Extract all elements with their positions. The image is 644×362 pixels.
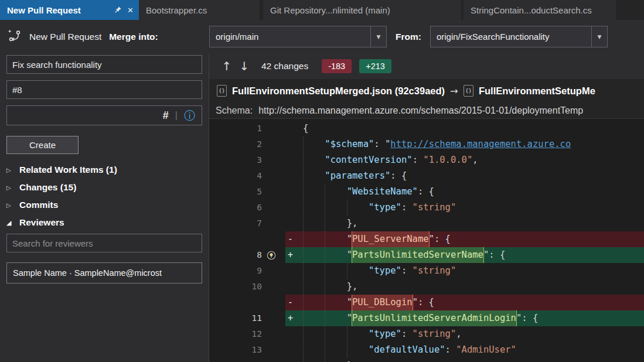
token-punc: ": [347, 247, 352, 263]
chevron-down-icon: ▼: [370, 26, 386, 47]
target-branch-dropdown[interactable]: origin/main ▼: [209, 26, 387, 47]
token-punc: : {: [418, 184, 434, 200]
token-str: "1.0.0.0": [423, 152, 472, 168]
arrow-right-icon: →: [450, 86, 458, 97]
indent-guide: [325, 310, 346, 326]
pr-description-input[interactable]: [6, 80, 202, 99]
source-branch-dropdown[interactable]: origin/FixSearchFunctionality ▼: [430, 26, 608, 47]
diff-marker: [285, 184, 295, 200]
section-commits[interactable]: ▷Commits: [6, 196, 202, 214]
token-str: "AdminUser": [456, 342, 516, 358]
code-line: 6"type": "string": [209, 200, 644, 216]
tab-bar: New Pull Request ✕ Bootstrapper.cs Git R…: [0, 0, 644, 20]
bulb-slot: [262, 326, 285, 342]
tab-git-repository[interactable]: Git Repository...nlimited (main): [263, 0, 461, 20]
token-punc: },: [347, 216, 358, 231]
code-line: 13"defaultValue": "AdminUser": [209, 342, 644, 358]
bulb-slot: [262, 358, 285, 362]
indent-guide: [325, 342, 346, 358]
token-hl-added: PartsUnlimitedServerName: [352, 247, 483, 263]
diff-marker: [285, 152, 295, 168]
token-str: "string": [413, 263, 456, 279]
bulb-slot: [262, 136, 285, 152]
code-line: 10},: [209, 279, 644, 295]
bulb-slot: [262, 200, 285, 216]
line-body: "parameters": {: [285, 168, 644, 184]
pr-title-input[interactable]: [6, 55, 202, 74]
indent-guide: [325, 295, 346, 310]
diff-marker: [285, 121, 295, 136]
pin-icon[interactable]: [114, 5, 122, 15]
work-item-hash-icon[interactable]: #: [163, 110, 169, 122]
lightbulb-icon[interactable]: [262, 247, 285, 263]
code-line: -"PUL_DBLogin": {: [209, 295, 644, 310]
file-compare-header: {} FullEnvironmentSetupMerged.json (92c3…: [209, 79, 644, 103]
token-punc: ": [347, 310, 352, 326]
indent-guide: [325, 216, 346, 231]
code-line: -"PUL_ServerName": {: [209, 231, 644, 247]
indent-guide: [325, 358, 346, 362]
bulb-slot: [262, 121, 285, 136]
previous-change-button[interactable]: ↑: [218, 59, 236, 73]
code-line: 3"contentVersion": "1.0.0.0",: [209, 152, 644, 168]
page-title: New Pull Request: [29, 32, 101, 42]
indent-guide: [325, 247, 346, 263]
diff-editor[interactable]: 1{2"$schema": "http://schema.management.…: [209, 119, 644, 362]
diff-marker: [285, 216, 295, 231]
line-body: "$schema": "http://schema.management.azu…: [285, 136, 644, 152]
line-content: "PUL_DBLogin": {: [303, 295, 434, 310]
section-label: Related Work Items (1): [19, 165, 117, 175]
line-content: "contentVersion": "1.0.0.0",: [303, 152, 478, 168]
line-number: 12: [209, 326, 262, 342]
bulb-slot: [262, 342, 285, 358]
line-content: "$schema": "http://schema.management.azu…: [303, 136, 571, 152]
section-changes-15[interactable]: ▷Changes (15): [6, 179, 202, 196]
tab-label: StringContain...oductSearch.cs: [471, 5, 592, 15]
tab-label: New Pull Request: [7, 5, 81, 15]
reviewer-item[interactable]: Sample Name · SampleName@microst: [6, 262, 202, 284]
indent-guide: [347, 263, 369, 279]
code-line: 5"WebsiteName": {: [209, 184, 644, 200]
indent-guide: [303, 200, 325, 216]
next-change-button[interactable]: ↓: [236, 59, 253, 73]
tab-bootstrapper[interactable]: Bootstrapper.cs: [139, 0, 260, 20]
indent-guide: [303, 152, 325, 168]
line-number: 5: [209, 184, 262, 200]
json-file-icon: {}: [464, 85, 473, 97]
reviewer-name: Sample Name · SampleName@microst: [13, 268, 162, 278]
bulb-slot: [262, 295, 285, 310]
line-number: 10: [209, 279, 262, 295]
token-link[interactable]: http://schema.management.azure.co: [390, 136, 571, 152]
diff-toolbar: ↑ ↓ 42 changes -183 +213: [209, 53, 644, 79]
indent-guide: [347, 342, 369, 358]
close-icon[interactable]: ✕: [127, 6, 134, 15]
indent-guide: [325, 200, 346, 216]
section-reviewers[interactable]: ◢Reviewers: [6, 214, 202, 231]
token-punc: ": [347, 231, 352, 247]
line-content: "defaultValue": "AdminUser": [303, 342, 516, 358]
line-number: 14: [209, 358, 262, 362]
section-related-work-items-1[interactable]: ▷Related Work Items (1): [6, 161, 202, 179]
create-button[interactable]: Create: [6, 136, 79, 154]
info-icon[interactable]: ⓘ: [184, 110, 195, 121]
line-number: [209, 231, 262, 247]
tab-string-contains[interactable]: StringContain...oductSearch.cs: [464, 0, 616, 20]
tab-new-pull-request[interactable]: New Pull Request ✕: [0, 0, 139, 20]
description-toolbar: # | ⓘ: [6, 105, 202, 125]
diff-marker: [285, 279, 295, 295]
line-number: 4: [209, 168, 262, 184]
reviewer-search-input[interactable]: [6, 234, 202, 252]
token-punc: :: [413, 152, 424, 168]
indent-guide: [303, 279, 325, 295]
line-number: 3: [209, 152, 262, 168]
line-content: "type": "string": [303, 263, 456, 279]
line-number: 7: [209, 216, 262, 231]
line-number: [209, 295, 262, 310]
indent-guide: [303, 310, 325, 326]
indent-guide: [303, 247, 325, 263]
token-hl-removed: PUL_DBLogin: [352, 295, 413, 310]
indent-guide: [303, 136, 325, 152]
diff-marker: +: [285, 247, 295, 263]
token-punc: :: [445, 342, 456, 358]
json-file-icon: {}: [217, 85, 227, 97]
